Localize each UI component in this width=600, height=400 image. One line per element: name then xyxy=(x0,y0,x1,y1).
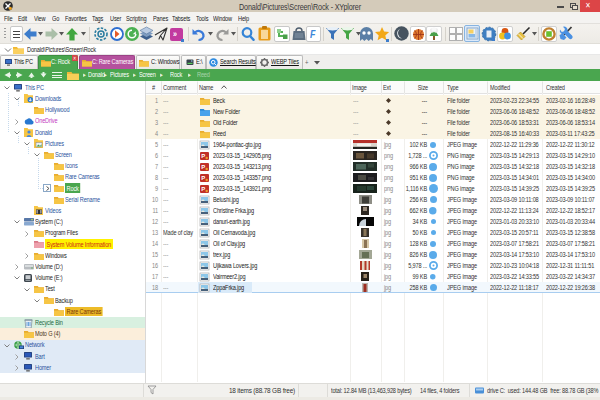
svg-text:P: P xyxy=(201,153,205,159)
svg-text:P: P xyxy=(201,186,205,192)
svg-text:P: P xyxy=(201,164,205,170)
svg-text:P: P xyxy=(201,175,205,181)
